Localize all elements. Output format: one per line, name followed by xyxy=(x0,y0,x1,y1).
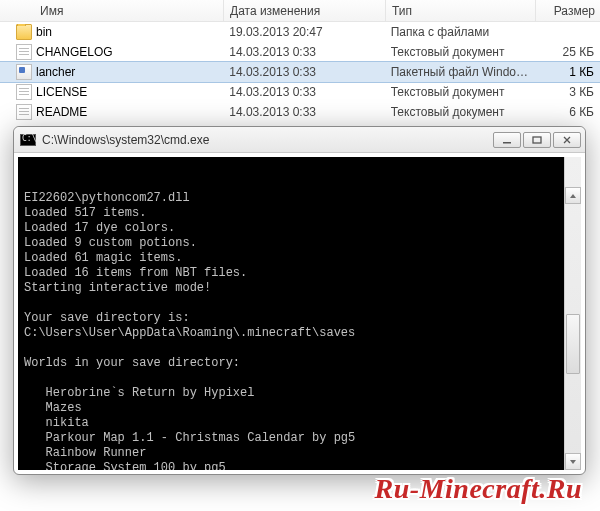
file-type: Папка с файлами xyxy=(385,25,535,39)
cmd-window: C:\Windows\system32\cmd.exe EI22602\pyth… xyxy=(13,126,586,475)
txt-icon xyxy=(16,44,32,60)
explorer-column-header: Имя Дата изменения Тип Размер xyxy=(0,0,600,22)
cmd-body[interactable]: EI22602\pythoncom27.dll Loaded 517 items… xyxy=(18,157,581,470)
scroll-down-button[interactable] xyxy=(565,453,581,470)
file-name: LICENSE xyxy=(36,85,87,99)
column-header-date[interactable]: Дата изменения xyxy=(224,0,386,21)
file-size: 25 КБ xyxy=(534,45,600,59)
file-list: bin19.03.2013 20:47Папка с файламиCHANGE… xyxy=(0,22,600,122)
cmd-output: EI22602\pythoncom27.dll Loaded 517 items… xyxy=(24,191,575,470)
txt-icon xyxy=(16,84,32,100)
file-name: CHANGELOG xyxy=(36,45,113,59)
file-date: 14.03.2013 0:33 xyxy=(223,105,384,119)
file-date: 14.03.2013 0:33 xyxy=(223,65,384,79)
file-type: Пакетный файл Windows xyxy=(385,65,535,79)
file-name: README xyxy=(36,105,87,119)
file-size: 1 КБ xyxy=(534,65,600,79)
bat-icon xyxy=(16,64,32,80)
folder-icon xyxy=(16,24,32,40)
file-row[interactable]: lancher14.03.2013 0:33Пакетный файл Wind… xyxy=(0,62,600,82)
file-type: Текстовый документ xyxy=(385,45,535,59)
close-button[interactable] xyxy=(553,132,581,148)
window-buttons xyxy=(493,132,581,148)
column-header-name[interactable]: Имя xyxy=(2,0,224,21)
file-row[interactable]: LICENSE14.03.2013 0:33Текстовый документ… xyxy=(0,82,600,102)
file-date: 19.03.2013 20:47 xyxy=(223,25,384,39)
file-type: Текстовый документ xyxy=(385,105,535,119)
scroll-thumb[interactable] xyxy=(566,314,580,374)
txt-icon xyxy=(16,104,32,120)
file-date: 14.03.2013 0:33 xyxy=(223,85,384,99)
cmd-title-text: C:\Windows\system32\cmd.exe xyxy=(42,133,493,147)
svg-rect-1 xyxy=(533,137,541,143)
file-size: 3 КБ xyxy=(534,85,600,99)
file-row[interactable]: bin19.03.2013 20:47Папка с файлами xyxy=(0,22,600,42)
column-header-type[interactable]: Тип xyxy=(386,0,536,21)
cmd-titlebar[interactable]: C:\Windows\system32\cmd.exe xyxy=(14,127,585,153)
file-date: 14.03.2013 0:33 xyxy=(223,45,384,59)
file-row[interactable]: README14.03.2013 0:33Текстовый документ6… xyxy=(0,102,600,122)
scroll-track[interactable] xyxy=(565,174,581,453)
minimize-button[interactable] xyxy=(493,132,521,148)
cmd-icon xyxy=(20,134,36,146)
svg-rect-0 xyxy=(503,142,511,144)
file-name: bin xyxy=(36,25,52,39)
file-type: Текстовый документ xyxy=(385,85,535,99)
maximize-button[interactable] xyxy=(523,132,551,148)
file-name: lancher xyxy=(36,65,75,79)
watermark: Ru-Minecraft.Ru xyxy=(375,473,582,505)
file-size: 6 КБ xyxy=(534,105,600,119)
file-row[interactable]: CHANGELOG14.03.2013 0:33Текстовый докуме… xyxy=(0,42,600,62)
column-header-size[interactable]: Размер xyxy=(536,0,600,21)
cmd-scrollbar[interactable] xyxy=(564,157,581,470)
